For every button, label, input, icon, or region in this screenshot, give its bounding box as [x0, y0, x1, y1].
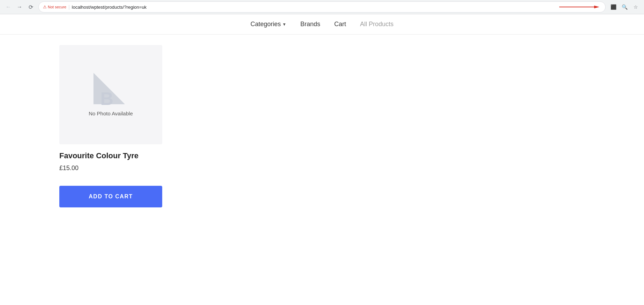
back-button[interactable]: ←	[3, 2, 13, 12]
cast-button[interactable]: ⬛	[608, 2, 618, 12]
product-price: £15.00	[59, 165, 162, 172]
not-secure-label: Not secure	[48, 5, 66, 9]
no-photo-text: No Photo Available	[89, 110, 133, 116]
main-content: B No Photo Available Favourite Colour Ty…	[0, 35, 644, 218]
address-bar[interactable]: ⚠ Not secure | localhost/wptest/products…	[38, 1, 606, 13]
forward-button[interactable]: →	[15, 2, 24, 12]
placeholder-icon: B	[93, 73, 128, 108]
zoom-button[interactable]: 🔍	[620, 2, 629, 12]
browser-toolbar: ← → ⟳ ⚠ Not secure | localhost/wptest/pr…	[0, 0, 644, 14]
nav-item-cart[interactable]: Cart	[334, 21, 346, 28]
nav-label-all-products: All Products	[360, 21, 394, 28]
svg-marker-1	[594, 6, 599, 8]
nav-items-container: Categories ▼ Brands Cart All Products	[0, 21, 644, 28]
browser-chrome: ← → ⟳ ⚠ Not secure | localhost/wptest/pr…	[0, 0, 644, 14]
address-text: localhost/wptest/products/?region=uk	[72, 5, 556, 10]
product-card: B No Photo Available Favourite Colour Ty…	[59, 45, 162, 207]
b-letter: B	[100, 90, 114, 108]
product-title: Favourite Colour Tyre	[59, 151, 162, 160]
nav-label-brands: Brands	[300, 21, 320, 28]
bookmark-button[interactable]: ☆	[631, 2, 641, 12]
nav-item-brands[interactable]: Brands	[300, 21, 320, 28]
site-navigation: Categories ▼ Brands Cart All Products	[0, 14, 644, 35]
reload-button[interactable]: ⟳	[26, 2, 36, 12]
nav-item-all-products[interactable]: All Products	[360, 21, 394, 28]
not-secure-badge: ⚠ Not secure	[43, 5, 66, 9]
nav-item-categories[interactable]: Categories ▼	[250, 21, 286, 28]
warning-icon: ⚠	[43, 5, 47, 9]
browser-right-icons: ⬛ 🔍 ☆	[608, 2, 641, 12]
browser-nav-buttons: ← → ⟳	[3, 2, 36, 12]
nav-label-cart: Cart	[334, 21, 346, 28]
product-image-placeholder: B No Photo Available	[59, 45, 162, 144]
address-separator: |	[68, 4, 70, 10]
red-arrow-annotation	[559, 4, 601, 10]
add-to-cart-button[interactable]: ADD TO CART	[59, 186, 162, 207]
nav-label-categories: Categories	[250, 21, 281, 28]
chevron-down-icon: ▼	[282, 22, 286, 27]
